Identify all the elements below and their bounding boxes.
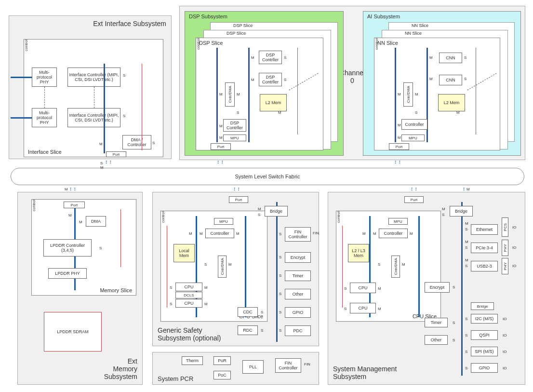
- mgmt-phy-2: PHY: [502, 258, 508, 274]
- mgmt-usb: USB2-3: [471, 261, 498, 271]
- mgmt-l2l3: L2 / L3 Mem: [348, 244, 369, 262]
- mgmt-m6: M: [378, 307, 381, 311]
- safety-s3: S: [170, 302, 172, 306]
- safety-timer: Timer: [285, 270, 311, 281]
- nn-cntr-dma: Cntr/DMA: [403, 82, 413, 107]
- safety-fin-io: FIN: [313, 231, 319, 235]
- mgmt-bus1: [369, 216, 371, 317]
- mem-s1: S: [99, 246, 102, 250]
- safety-mpu: MPU: [214, 218, 233, 225]
- mgmt-cpu-1: CPU: [350, 283, 376, 293]
- nn-m4: M: [398, 92, 401, 96]
- mgmt-title: System ManagementSubsystem: [333, 365, 397, 380]
- safety-gpio-s: S: [279, 310, 281, 314]
- dsp-m1: M: [251, 55, 254, 60]
- mgmt-ctrl: Controller: [379, 229, 408, 238]
- safety-s2: S: [170, 285, 172, 290]
- multi-phy-2: Multi-protocol PHY: [32, 108, 57, 127]
- mgmt-port: Port: [404, 196, 424, 203]
- dsp-s3: S: [237, 110, 239, 115]
- mgmt-timer: Timer: [425, 318, 448, 327]
- ext-interface-subsystem: Ext Interface Subsystem Multi-protocol P…: [9, 15, 172, 159]
- mem-control: control: [32, 200, 36, 211]
- pcr-fin: FIN Controller: [275, 358, 301, 373]
- safety-cdc-s: S: [261, 310, 263, 314]
- dsp-port: Port: [211, 143, 231, 150]
- mgmt-io-2: IO: [512, 245, 516, 250]
- safety-subsystem: Local Mem Cntr/DMA Controller MPU CPU DC…: [152, 192, 319, 346]
- mgmt-periph-bus: [461, 202, 463, 376]
- if-dash-2: [94, 87, 94, 108]
- dsp-m5: M: [278, 110, 281, 115]
- mgmt-other: Other: [425, 335, 448, 345]
- mem-m1: M: [68, 213, 72, 217]
- safety-oth-s: S: [279, 292, 281, 296]
- pcr-poc: PoC: [213, 371, 231, 379]
- mgmt-bridge2: Bridge: [471, 302, 494, 310]
- safety-tim-s: S: [279, 273, 281, 278]
- safety-rdc: RDC: [238, 325, 258, 335]
- nn-bus-left: [395, 48, 396, 142]
- mgmt-io-7: IO: [503, 366, 506, 370]
- mgmt-tim-s: S: [453, 321, 455, 325]
- safety-other: Other: [285, 289, 311, 299]
- if-controller-2: Interface Controller (MIPI, CSI, DSI LVD…: [67, 108, 120, 127]
- nn-mpu: MPU: [401, 135, 425, 141]
- dsp-title: DSP Subsystem: [189, 14, 227, 19]
- safety-fin: FIN Controller: [285, 227, 311, 242]
- mgmt-bridge-m: M: [442, 207, 445, 211]
- safety-m6: M: [204, 302, 208, 306]
- mgmt-bus2: [418, 216, 420, 317]
- s-label-3: S: [152, 141, 155, 145]
- dma-controller: DMA / Controller: [122, 135, 151, 149]
- dsp-cntr-dma: Cntr/DMA: [225, 82, 235, 107]
- arrow-nn-fabric: ↕ ↕: [394, 159, 401, 164]
- safety-cpu-slice: Local Mem Cntr/DMA Controller MPU CPU DC…: [160, 211, 267, 322]
- dsp-slice: DSP Slice Cntr/DMA DSP Contrller DSP Con…: [196, 38, 323, 150]
- mem-port: Port: [64, 202, 85, 208]
- dsp-subsystem: DSP Subsystem DSP Slice DSP Slice DSP Sl…: [185, 11, 344, 156]
- dsp-s1: S: [284, 55, 286, 60]
- nn-slice-l2: NN Slice: [405, 31, 422, 36]
- cnn-2: CNN: [439, 75, 462, 85]
- mgmt-cpu-slice: L2 / L3 Mem Cntr/DMA Controller MPU CPU …: [336, 211, 441, 322]
- if-dash-1: [44, 87, 45, 108]
- lpddr-ctrl: LPDDR Controller (3,4,5): [43, 239, 92, 257]
- arrow-if-fabric: ↕ ↕: [105, 159, 112, 164]
- nn-dash: [467, 73, 496, 91]
- mgmt-usb-s: S: [465, 264, 467, 268]
- channel-0: Channel 0 DSP Subsystem DSP Slice DSP Sl…: [179, 6, 525, 160]
- nn-slice-title: NN Slice: [377, 40, 398, 46]
- safety-local-mem: Local Mem: [173, 244, 195, 262]
- mgmt-spi: SPI (M/S): [471, 347, 498, 356]
- dsp-bus-left: [216, 48, 218, 142]
- if-bus-h2: [11, 117, 32, 119]
- mem-dma: DMA: [86, 216, 106, 227]
- memory-slice: Port DMA LPDDR Controller (3,4,5) LPDDR …: [31, 199, 136, 296]
- mem-m2: M: [79, 220, 82, 224]
- safety-cpu-1: CPU: [175, 283, 202, 291]
- if-smpair: SM: [100, 161, 104, 170]
- mgmt-m1: M: [362, 231, 366, 236]
- safety-m4: M: [228, 262, 232, 267]
- mgmt-pcs: PCS: [502, 217, 508, 237]
- safety-pdc-s: S: [279, 328, 281, 333]
- safety-s1: S: [204, 262, 207, 267]
- nn-m7: M: [398, 135, 401, 140]
- safety-encrypt: Encrypt: [285, 252, 311, 263]
- mgmt-m5: M: [378, 286, 381, 291]
- s-label-2: S: [123, 114, 125, 118]
- mgmt-bus-red: [342, 226, 343, 308]
- dsp-bus-red: [297, 48, 298, 135]
- safety-cpu-2: CPU: [175, 299, 202, 308]
- dsp-ctrl-3: DSP Contrller: [223, 119, 246, 132]
- multi-phy-1: Multi-protocol PHY: [32, 68, 57, 87]
- mgmt-bridge: Bridge: [450, 206, 473, 216]
- nn-m1: M: [429, 55, 433, 60]
- mgmt-m3: M: [373, 231, 376, 236]
- mgmt-s1: S: [378, 262, 380, 267]
- mgmt-i2c-s: S: [465, 317, 467, 321]
- pcr-title: System PCR: [158, 375, 193, 382]
- mgmt-qspi: QSPI: [471, 330, 498, 340]
- dsp-l2mem: L2 Mem: [260, 94, 287, 111]
